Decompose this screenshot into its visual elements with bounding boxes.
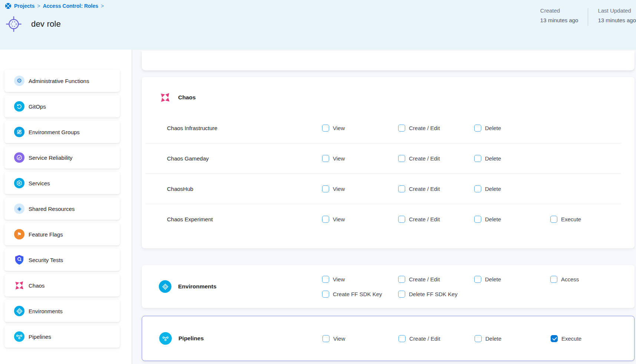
perm-create-edit[interactable]: Create / Edit (398, 125, 474, 132)
gitops-icon (14, 101, 24, 112)
card-pipelines: PipelinesViewCreate / EditDeleteExecute (142, 316, 635, 361)
sidebar-item-gitops[interactable]: GitOps (4, 95, 120, 118)
pipelines-icon (159, 332, 172, 345)
sidebar-item-chaos[interactable]: Chaos (4, 274, 120, 297)
sidebar-item-label: Shared Resources (29, 206, 75, 212)
created-label: Created (540, 7, 578, 14)
checkbox[interactable] (322, 216, 329, 223)
gear-icon: ⚙ (14, 76, 24, 86)
target-icon (5, 16, 22, 33)
resource-row-chaoshub: ChaosHubViewCreate / EditDelete (145, 173, 621, 204)
perm-view[interactable]: View (322, 276, 398, 283)
perm-view[interactable]: View (322, 335, 399, 342)
permissions: ViewCreate / EditDeleteExecute (322, 331, 627, 346)
resource-label: Chaos Experiment (167, 216, 322, 222)
sidebar-item-label: Chaos (29, 282, 45, 289)
chaos-icon (14, 280, 24, 291)
page-title: dev role (31, 19, 61, 29)
sidebar-item-label: Feature Flags (29, 231, 63, 238)
services-icon (14, 178, 24, 188)
perm-delete[interactable]: Delete (474, 276, 550, 283)
checkbox[interactable] (398, 155, 405, 162)
checkbox[interactable] (398, 291, 405, 298)
sidebar-item-feature-flags[interactable]: ⚑Feature Flags (4, 223, 120, 245)
perm-delete[interactable]: Delete (474, 155, 550, 162)
perm-view[interactable]: View (322, 125, 398, 132)
perm-view[interactable]: View (322, 216, 398, 223)
checkbox[interactable] (474, 125, 481, 132)
perm-access[interactable]: Access (550, 276, 626, 283)
sidebar-item-environment-groups[interactable]: Environment Groups (4, 121, 120, 143)
perm-create-edit[interactable]: Create / Edit (399, 335, 475, 342)
checkbox[interactable] (398, 185, 405, 192)
last-updated-value: 13 minutes ago (598, 17, 636, 23)
sidebar-item-services[interactable]: Services (4, 172, 120, 194)
checkbox[interactable] (322, 155, 329, 162)
created-meta: Created 13 minutes ago (540, 7, 578, 23)
perm-delete[interactable]: Delete (474, 125, 550, 132)
perm-create-edit[interactable]: Create / Edit (398, 276, 474, 283)
checkbox[interactable] (550, 276, 557, 283)
perm-execute[interactable]: Execute (550, 216, 626, 223)
perm-label: Create / Edit (409, 276, 440, 282)
checkbox[interactable] (322, 125, 329, 132)
sidebar-item-pipelines[interactable]: Pipelines (4, 325, 120, 348)
perm-label: Execute (561, 216, 581, 222)
perm-view[interactable]: View (322, 155, 398, 162)
page-header: Projects>Access Control: Roles> dev role… (0, 0, 636, 50)
checkbox[interactable] (322, 185, 329, 192)
perm-delete[interactable]: Delete (474, 216, 550, 223)
sidebar-item-environments[interactable]: Environments (4, 300, 120, 322)
checkbox[interactable] (398, 125, 405, 132)
perm-delete-ff-sdk-key[interactable]: Delete FF SDK Key (398, 291, 474, 298)
checkbox[interactable] (475, 335, 482, 342)
resource-label: Chaos Gameday (167, 155, 322, 162)
perm-execute[interactable]: Execute (551, 335, 627, 342)
checkbox[interactable] (322, 291, 329, 298)
breadcrumb-link-access-control-roles[interactable]: Access Control: Roles (43, 3, 98, 9)
target-icon (5, 16, 22, 33)
checkbox[interactable] (398, 276, 405, 283)
checkbox[interactable] (474, 216, 481, 223)
card-header: Chaos (142, 77, 635, 113)
sidebar-item-administrative-functions[interactable]: ⚙Administrative Functions (4, 70, 120, 92)
checked-checkbox[interactable] (551, 335, 558, 342)
perm-create-ff-sdk-key[interactable]: Create FF SDK Key (322, 291, 398, 298)
last-updated-meta: Last Updated 13 minutes ago (598, 7, 636, 23)
card-environments: EnvironmentsViewCreate / EditDeleteAcces… (142, 265, 635, 308)
perm-create-edit[interactable]: Create / Edit (398, 216, 474, 223)
sidebar-item-label: Administrative Functions (29, 78, 89, 84)
sidebar-item-shared-resources[interactable]: ◈Shared Resources (4, 198, 120, 220)
perm-create-edit[interactable]: Create / Edit (398, 155, 474, 162)
perm-label: Delete (485, 155, 501, 162)
perm-label: Access (561, 276, 579, 282)
resource-sidebar: ⚙Administrative FunctionsGitOpsEnvironme… (0, 50, 132, 364)
flag-icon: ⚑ (14, 229, 24, 239)
perm-delete[interactable]: Delete (475, 335, 551, 342)
checkbox[interactable] (398, 216, 405, 223)
shared-resources-icon: ◈ (14, 203, 24, 214)
perm-label: Delete (485, 276, 501, 282)
checkbox[interactable] (322, 276, 329, 283)
environments-icon (14, 306, 24, 316)
checkbox[interactable] (399, 335, 406, 342)
perm-delete[interactable]: Delete (474, 185, 550, 192)
partial-card-above (142, 51, 635, 70)
perm-create-edit[interactable]: Create / Edit (398, 185, 474, 192)
permissions: ViewCreate / EditDeleteAccess (322, 272, 626, 287)
checkbox[interactable] (474, 185, 481, 192)
checkbox[interactable] (322, 335, 330, 342)
breadcrumb-link-projects[interactable]: Projects (14, 3, 35, 9)
sidebar-item-security-tests[interactable]: Security Tests (4, 249, 120, 271)
perm-view[interactable]: View (322, 185, 398, 192)
checkbox[interactable] (550, 216, 557, 223)
environments-icon (159, 280, 171, 293)
permissions: ViewCreate / EditDelete (322, 151, 550, 166)
perm-label: Delete FF SDK Key (409, 291, 458, 297)
perm-label: View (333, 125, 345, 131)
perm-label: Create / Edit (409, 155, 440, 162)
perm-label: Create / Edit (409, 335, 440, 342)
checkbox[interactable] (474, 276, 481, 283)
checkbox[interactable] (474, 155, 481, 162)
sidebar-item-service-reliability[interactable]: Service Reliability (4, 146, 120, 169)
